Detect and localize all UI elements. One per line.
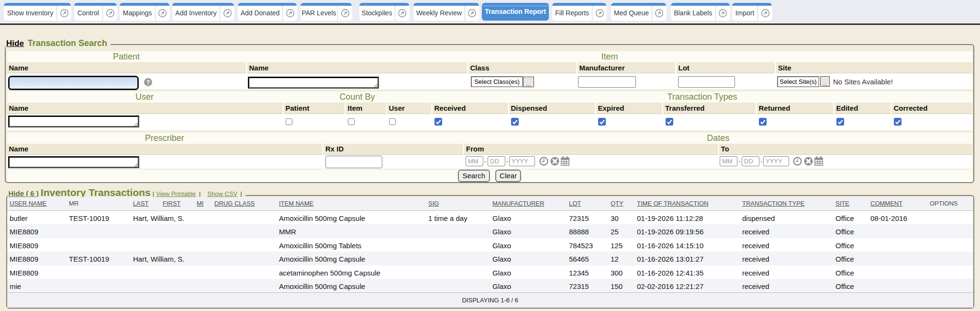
svg-text:?: ? <box>146 79 150 86</box>
